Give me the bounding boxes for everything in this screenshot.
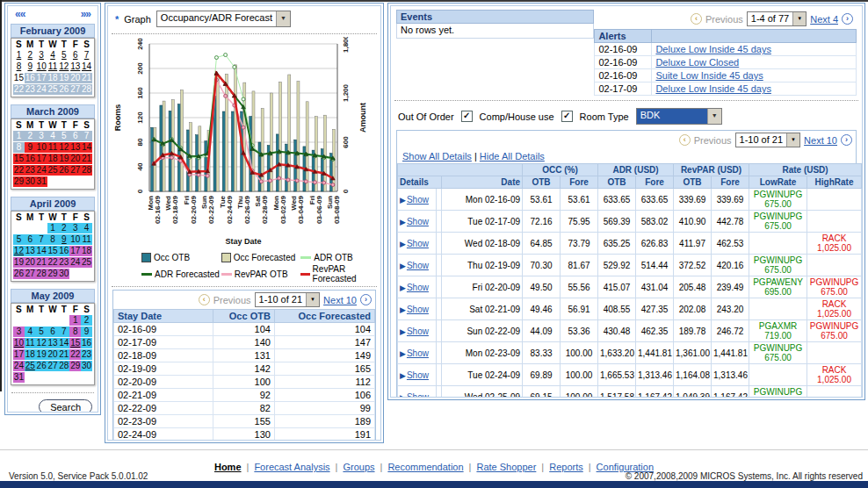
calendar-day[interactable]: 16 [81,338,92,348]
column-header-fore[interactable]: Fore [712,176,749,189]
show-all-details-link[interactable]: Show All Details [402,151,472,161]
calendar-day[interactable]: 30 [25,176,36,187]
calendar-day[interactable]: 21 [36,257,47,268]
calendar-day[interactable]: 7 [36,234,47,245]
calendar-day[interactable]: 18 [81,246,92,256]
calendar-day[interactable]: 14 [58,338,69,348]
calendar-day[interactable]: 19 [36,349,47,360]
calendar-day[interactable]: 31 [36,176,47,187]
range-select[interactable]: 1-10 of 21▼ [255,292,321,307]
column-header[interactable]: Occ OTB [213,310,275,323]
calendar-back-icon[interactable]: «« [15,8,25,20]
comp-house-checkbox[interactable]: ✓ [561,111,573,122]
calendar-day[interactable]: 22 [69,349,81,360]
calendar-day[interactable]: 15 [69,338,81,348]
calendar-day[interactable]: 13 [69,142,81,153]
calendar-day[interactable]: 27 [69,165,81,176]
calendar-day[interactable]: 11 [25,338,36,348]
calendar-day[interactable]: 4 [47,50,59,61]
range-select[interactable]: 1-4 of 77▼ [747,11,807,26]
calendar-day[interactable]: 29 [47,269,59,279]
calendar-day[interactable]: 9 [25,61,36,72]
show-details-link[interactable]: Show [407,239,429,248]
calendar-day[interactable]: 5 [13,234,25,245]
column-header[interactable]: Stay Date [114,310,213,323]
calendar-day[interactable]: 31 [13,372,25,383]
alert-link[interactable]: Deluxe Low Closed [655,57,739,68]
calendar-day[interactable]: 28 [81,165,92,176]
calendar-day[interactable]: 8 [69,327,81,337]
calendar-day[interactable]: 25 [47,165,59,176]
dropdown-arrow-icon[interactable]: ▼ [276,11,290,26]
calendar-day[interactable]: 2 [81,315,92,326]
calendar-day[interactable]: 3 [69,223,81,233]
next-link[interactable]: Next 10 [804,135,837,146]
hide-all-details-link[interactable]: Hide All Details [480,151,545,161]
calendar-day[interactable]: 7 [81,50,92,61]
calendar-day[interactable]: 9 [58,234,69,245]
calendar-day[interactable]: 24 [69,257,81,268]
dropdown-arrow-icon[interactable]: ▼ [707,109,721,124]
range-select[interactable]: 1-10 of 21▼ [735,133,801,147]
calendar-day[interactable]: 20 [25,257,36,268]
column-header-otb[interactable]: OTB [674,176,712,189]
calendar-day[interactable]: 11 [81,234,92,245]
calendar-day[interactable]: 21 [58,349,69,360]
calendar-day[interactable]: 17 [36,154,47,164]
footer-link-home[interactable]: Home [214,462,242,472]
calendar-day[interactable]: 16 [58,246,69,256]
column-header-otb[interactable]: OTB [598,176,636,189]
calendar-day[interactable]: 9 [25,142,36,153]
calendar-day[interactable]: 23 [25,165,36,176]
calendar-day[interactable]: 26 [58,165,69,176]
alert-link[interactable]: Deluxe Low Inside 45 days [655,44,770,54]
calendar-day[interactable]: 23 [81,349,92,360]
calendar-day[interactable]: 1 [13,50,25,61]
calendar-day[interactable]: 15 [47,246,59,256]
calendar-day[interactable]: 11 [47,61,59,72]
footer-link-rate-shopper[interactable]: Rate Shopper [476,462,536,472]
calendar-day[interactable]: 10 [69,234,81,245]
column-header-fore[interactable]: Fore [636,176,674,189]
next-icon[interactable]: › [842,13,853,25]
next-link[interactable]: Next 10 [323,295,357,305]
graph-select[interactable]: Occupancy/ADR Forecast ▼ [156,11,291,27]
calendar-day[interactable]: 13 [47,338,59,348]
show-details-link[interactable]: Show [407,305,429,314]
calendar-day[interactable]: 6 [47,327,59,337]
calendar-day[interactable]: 10 [36,142,47,153]
next-icon[interactable]: › [841,134,852,146]
calendar-day[interactable]: 2 [25,50,36,61]
calendar-day[interactable]: 13 [25,246,36,256]
calendar-day[interactable]: 12 [13,246,25,256]
calendar-day[interactable]: 18 [47,154,59,164]
calendar-day[interactable]: 22 [47,257,59,268]
show-details-link[interactable]: Show [407,283,429,292]
calendar-day[interactable]: 14 [81,61,92,72]
calendar-day[interactable]: 29 [13,176,25,187]
calendar-day[interactable]: 5 [36,327,47,337]
column-header-lowrate[interactable]: LowRate [749,176,807,189]
footer-link-forecast-analysis[interactable]: Forecast Analysis [254,462,329,472]
calendar-day[interactable]: 3 [13,327,25,337]
column-header-date[interactable]: Date [442,176,523,189]
show-details-link[interactable]: Show [407,370,429,380]
calendar-day[interactable]: 24 [13,361,25,371]
calendar-day[interactable]: 17 [69,246,81,256]
calendar-day[interactable]: 27 [47,361,59,371]
show-details-link[interactable]: Show [407,327,429,336]
next-link[interactable]: Next 4 [810,14,838,25]
column-header-otb[interactable]: OTB [523,176,561,189]
calendar-day[interactable]: 11 [47,142,59,153]
calendar-day[interactable]: 6 [69,50,81,61]
calendar-day[interactable]: 14 [36,246,47,256]
calendar-day[interactable]: 21 [81,154,92,164]
calendar-day[interactable]: 13 [69,61,81,72]
calendar-day[interactable]: 4 [25,327,36,337]
out-of-order-checkbox[interactable]: ✓ [461,111,473,122]
column-header-fore[interactable]: Fore [561,176,598,189]
calendar-day[interactable]: 19 [13,257,25,268]
calendar-day[interactable]: 22 [13,165,25,176]
calendar-day[interactable]: 29 [69,361,81,371]
footer-link-groups[interactable]: Groups [343,462,374,472]
